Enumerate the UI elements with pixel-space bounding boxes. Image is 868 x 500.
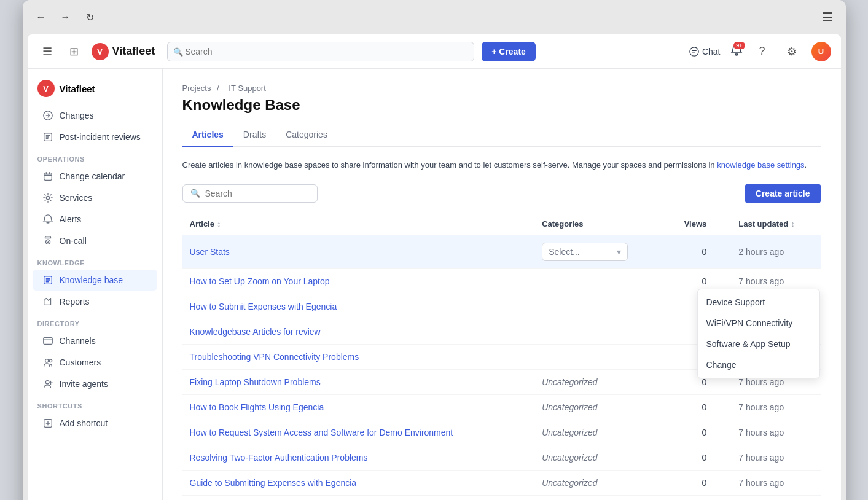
category-text: Uncategorized (542, 377, 597, 387)
menu-button[interactable]: ☰ (819, 9, 836, 26)
tab-drafts[interactable]: Drafts (233, 123, 276, 147)
articles-search[interactable]: 🔍 (182, 184, 318, 203)
refresh-button[interactable]: ↻ (82, 9, 99, 26)
nav-search-input[interactable] (167, 42, 474, 61)
article-link[interactable]: Guide to Submitting Expenses with Egenci… (190, 478, 357, 488)
article-link[interactable]: How to Book Flights Using Egencia (190, 402, 324, 412)
breadcrumb-sep: / (217, 84, 219, 93)
views-text: 0 (702, 402, 706, 412)
views-text: 0 (702, 478, 706, 488)
sidebar-item-invite-agents[interactable]: Invite agents (33, 373, 157, 394)
changes-icon (42, 110, 53, 121)
forward-button[interactable]: → (57, 9, 74, 26)
article-link[interactable]: Resolving Two-Factor Authentication Prob… (190, 453, 368, 463)
settings-button[interactable]: ⚙ (782, 42, 802, 61)
category-text: Uncategorized (542, 478, 597, 488)
alerts-icon (42, 214, 53, 225)
sidebar-item-alerts[interactable]: Alerts (33, 209, 157, 230)
dropdown-option[interactable]: WiFi/VPN Connectivity (698, 313, 819, 334)
notification-button[interactable]: 9+ (730, 44, 743, 59)
main-layout: V Vitafleet Changes Post-incident review… (28, 69, 841, 500)
nav-right: Chat 9+ ? ⚙ U (689, 42, 831, 61)
avatar[interactable]: U (811, 42, 831, 61)
updated-text: 2 hours ago (738, 247, 784, 257)
col-views: Views (662, 213, 731, 235)
svg-point-8 (45, 359, 48, 362)
article-link[interactable]: User Stats (190, 247, 230, 257)
operations-section-title: OPERATIONS (28, 148, 162, 165)
select-chevron-icon: ▾ (617, 247, 621, 257)
sidebar-brand-icon: V (37, 80, 55, 97)
sidebar-item-channels[interactable]: Channels (33, 330, 157, 351)
tab-articles[interactable]: Articles (182, 123, 233, 147)
article-link[interactable]: Fixing Laptop Shutdown Problems (190, 377, 321, 387)
reports-icon (42, 296, 53, 307)
dropdown-option[interactable]: Software & App Setup (698, 334, 819, 354)
sidebar-item-add-shortcut[interactable]: Add shortcut (33, 413, 157, 434)
category-text: Uncategorized (542, 453, 597, 463)
main-content: Projects / IT Support Knowledge Base Art… (163, 69, 841, 500)
views-text: 0 (702, 453, 706, 463)
on-call-icon (42, 235, 53, 246)
category-select-box[interactable]: Select...▾ (542, 243, 628, 261)
sidebar-item-services[interactable]: Services (33, 187, 157, 208)
category-dropdown-menu: Device SupportWiFi/VPN ConnectivitySoftw… (697, 289, 820, 378)
create-article-button[interactable]: Create article (745, 184, 821, 203)
dropdown-option[interactable]: Change (698, 354, 819, 375)
toolbar-row: 🔍 Create article (182, 184, 821, 203)
breadcrumb-current: IT Support (229, 84, 265, 93)
table-row: User StatsSelect...▾02 hours ago (182, 235, 821, 268)
breadcrumb-projects[interactable]: Projects (182, 84, 211, 93)
views-text: 0 (702, 428, 706, 437)
directory-section-title: DIRECTORY (28, 313, 162, 330)
sidebar-item-knowledge-base[interactable]: Knowledge base (33, 270, 157, 291)
category-select-wrapper[interactable]: Select...▾ (542, 243, 628, 261)
logo[interactable]: V Vitafleet (92, 43, 155, 60)
article-link[interactable]: How to Submit Expenses with Egencia (190, 302, 337, 311)
col-categories: Categories (534, 213, 662, 235)
sidebar-brand[interactable]: V Vitafleet (28, 76, 162, 104)
table-row: Vitafleet Refund PolicyUncategorized5las… (182, 495, 821, 500)
channels-icon (42, 335, 53, 346)
article-link[interactable]: How to Request System Access and Softwar… (190, 428, 453, 437)
chat-icon (689, 47, 699, 57)
svg-point-0 (690, 47, 698, 55)
col-updated: Last updated ↕ (731, 213, 821, 235)
sidebar-item-customers[interactable]: Customers (33, 352, 157, 373)
page-title: Knowledge Base (182, 96, 821, 114)
knowledge-base-settings-link[interactable]: knowledge base settings (717, 160, 804, 170)
article-link[interactable]: Knowledgebase Articles for review (190, 327, 321, 337)
search-filter-icon: 🔍 (190, 189, 200, 198)
chat-button[interactable]: Chat (689, 47, 721, 57)
create-button[interactable]: + Create (482, 42, 536, 61)
post-incident-icon (42, 131, 53, 143)
sidebar-item-changes[interactable]: Changes (33, 105, 157, 126)
hamburger-button[interactable]: ☰ (37, 42, 57, 61)
articles-search-input[interactable] (205, 189, 310, 198)
sidebar-item-on-call[interactable]: On-call (33, 230, 157, 251)
tab-categories[interactable]: Categories (276, 123, 337, 147)
back-button[interactable]: ← (33, 9, 50, 26)
svg-point-10 (45, 381, 49, 384)
grid-button[interactable]: ⊞ (65, 42, 84, 61)
search-bar: 🔍 (167, 42, 474, 61)
article-link[interactable]: Troubleshooting VPN Connectivity Problem… (190, 352, 359, 362)
sidebar-item-reports[interactable]: Reports (33, 291, 157, 312)
description: Create articles in knowledge base spaces… (182, 159, 821, 171)
shortcuts-section-title: SHORTCUTS (28, 395, 162, 412)
views-text: 0 (702, 247, 706, 257)
svg-rect-3 (44, 173, 52, 181)
add-shortcut-icon (42, 418, 53, 429)
sidebar-item-change-calendar[interactable]: Change calendar (33, 166, 157, 187)
category-text: Uncategorized (542, 428, 597, 437)
category-text: Uncategorized (542, 402, 597, 412)
dropdown-option[interactable]: Device Support (698, 292, 819, 313)
help-button[interactable]: ? (753, 42, 772, 61)
logo-text: Vitafleet (112, 45, 155, 58)
updated-text: 7 hours ago (738, 453, 784, 463)
notification-badge: 9+ (733, 42, 745, 49)
customers-icon (42, 357, 53, 368)
sidebar-item-post-incident[interactable]: Post-incident reviews (33, 127, 157, 147)
article-link[interactable]: How to Set Up Zoom on Your Laptop (190, 276, 330, 286)
tabs: Articles Drafts Categories (182, 123, 821, 147)
